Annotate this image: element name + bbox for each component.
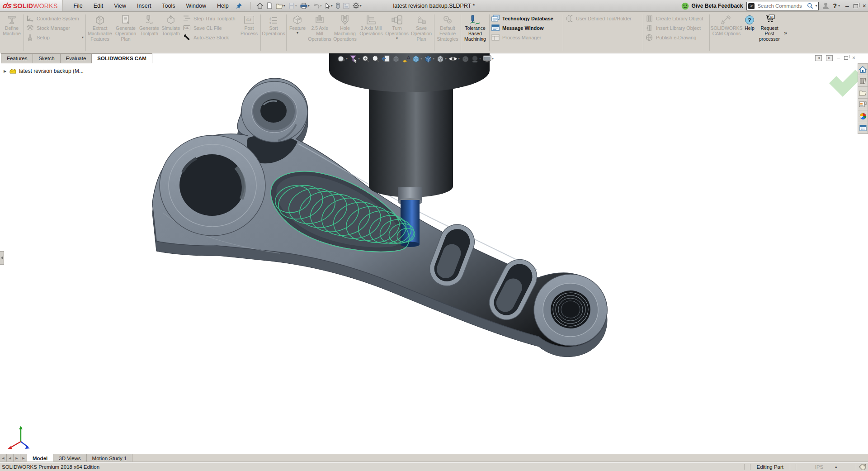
view-shadows-button[interactable]: ▾ [471,55,481,63]
view-palette-button[interactable] [858,99,868,110]
new-document-button[interactable] [266,2,274,10]
ribbon-overflow-chevron[interactable]: » [784,29,787,36]
help-button[interactable]: ? Help [742,13,757,52]
give-beta-feedback-button[interactable]: Give Beta Feedback [681,2,743,10]
sort-operations-button[interactable]: 123 Sort Operations [262,13,285,52]
tab-features[interactable]: Features [1,53,33,63]
print-caret-icon[interactable]: ▾ [308,4,310,8]
insert-library-object-button[interactable]: Insert Library Object [645,23,708,33]
coordinate-system-button[interactable]: Coordinate System [26,14,84,23]
setup-button[interactable]: Setup ▾ [26,33,84,42]
zoom-to-area-button[interactable] [371,54,380,63]
search-commands-box[interactable]: > ▾ [746,2,819,10]
view-orbit-button[interactable]: ▾ [336,54,348,63]
tab-motion-study-1[interactable]: Motion Study 1 [87,454,133,462]
doc-back-button[interactable]: ◀ [815,55,822,61]
file-properties-button[interactable] [342,2,350,10]
stock-manager-button[interactable]: Stock Manager [26,23,84,33]
pin-menu-icon[interactable] [234,1,244,10]
turn-operations-button[interactable]: Turn Operations ▾ [384,13,410,52]
home-tab-button[interactable] [858,63,868,75]
hide-show-items-button[interactable]: ▾ [448,55,460,63]
user-defined-tool-holder-button[interactable]: User Defined Tool/Holder [565,14,641,23]
3-axis-mill-operations-button[interactable]: 3 Axis Mill Operations [358,13,384,52]
menu-edit[interactable]: Edit [89,1,108,10]
menu-tools[interactable]: Tools [157,1,179,10]
apply-scene-button[interactable] [461,55,470,63]
options-gear-button[interactable]: ▾ [352,2,363,10]
generate-toolpath-button[interactable]: Generate Toolpath [138,13,160,52]
tab-scroll-first-button[interactable]: ◀ [0,454,7,462]
restore-button[interactable] [854,4,858,8]
tab-scroll-next-button[interactable]: ▶ [14,454,20,462]
tab-scroll-last-button[interactable]: ▶ [20,454,27,462]
setup-caret-icon[interactable]: ▾ [82,36,84,39]
doc-minimize-button[interactable]: – [837,55,840,61]
request-post-processor-button[interactable]: G1 Request Post processor [757,13,782,52]
tab-model[interactable]: Model [27,454,53,462]
select-caret-icon[interactable]: ▾ [331,4,333,8]
post-process-button[interactable]: G1 Post Process [239,13,259,52]
close-button[interactable]: × [863,2,866,10]
home-button[interactable] [255,2,264,10]
extract-machinable-features-button[interactable]: Extract Machinable Features [87,13,113,52]
section-view-button[interactable] [392,54,401,63]
user-account-icon[interactable] [822,2,829,10]
step-thru-toolpath-button[interactable]: Step Thru Toolpath [183,14,238,23]
cam-options-button[interactable]: SOLIDWORKS CAM Options [711,13,742,52]
tab-sketch[interactable]: Sketch [33,53,60,63]
tolerance-based-machining-button[interactable]: Tolerance Based Machining [462,13,488,52]
tab-scroll-prev-button[interactable]: ◀ [7,454,14,462]
turn-operations-caret-icon[interactable]: ▾ [396,37,398,40]
menu-view[interactable]: View [109,1,131,10]
rebuild-button[interactable] [335,2,341,10]
zoom-to-fit-button[interactable] [361,54,370,63]
message-window-button[interactable]: Message Window [491,23,561,33]
unit-system-selector[interactable]: IPS ▴ [799,464,853,470]
save-button[interactable]: ▾ [288,2,298,10]
25-axis-mill-operations-button[interactable]: 2.5 Axis Mill Operations [307,13,332,52]
tree-expand-icon[interactable]: ▶ [4,69,6,73]
3d-viewport-canvas[interactable] [0,53,858,454]
auto-size-stock-button[interactable]: Auto-Size Stock [183,33,238,42]
tab-evaluate[interactable]: Evaluate [60,53,92,63]
doc-forward-button[interactable]: ▶ [826,55,833,61]
display-style-button[interactable]: ▾ [436,54,447,63]
undo-button[interactable]: ▾ [312,2,323,9]
open-document-button[interactable]: ▾ [275,2,286,10]
confirmation-check-icon[interactable] [829,70,858,97]
doc-close-button[interactable]: × [852,55,855,61]
menu-insert[interactable]: Insert [132,1,156,10]
menu-window[interactable]: Window [182,1,211,10]
custom-properties-button[interactable] [858,122,868,134]
menu-help[interactable]: Help [212,1,233,10]
technology-database-button[interactable]: Technology Database [491,14,561,23]
view-orientation-button[interactable]: ▾ [424,54,435,63]
minimize-button[interactable]: – [845,2,849,10]
annotations-visibility-button[interactable]: A [401,54,410,63]
simulate-toolpath-button[interactable]: Simulate Toolpath [160,13,182,52]
save-operation-plan-button[interactable]: Save Operation Plan [410,13,433,52]
doc-restore-icon[interactable] [844,56,848,60]
help-menu-button[interactable]: ?▾ [833,2,840,10]
generate-operation-plan-button[interactable]: Generate Operation Plan [113,13,138,52]
selection-filter-button[interactable]: ▾ [349,54,360,63]
save-cl-file-button[interactable]: CL Save CL File [183,23,238,33]
hole-machining-operations-button[interactable]: Hole Machining Operations [332,13,358,52]
menu-file[interactable]: File [69,1,87,10]
print-button[interactable]: ▾ [299,2,311,10]
options-caret-icon[interactable]: ▾ [360,4,362,8]
previous-view-button[interactable] [381,54,391,63]
feature-caret-icon[interactable]: ▾ [297,31,298,35]
graphics-area[interactable]: ▶ latest revision backup (M... ▾ ▾ A ▾ ▾… [0,53,868,454]
define-machine-button[interactable]: Define Machine [1,13,23,52]
feature-tree-root[interactable]: ▶ latest revision backup (M... [4,68,84,74]
feature-button[interactable]: Feature ▾ [288,13,307,52]
search-icon[interactable] [807,3,813,9]
tab-solidworks-cam[interactable]: SOLIDWORKS CAM [91,53,152,63]
search-caret-icon[interactable]: ▾ [815,4,817,8]
view-settings-button[interactable]: ▾ [482,55,494,63]
create-library-object-button[interactable]: Create Library Object [645,14,708,23]
process-manager-button[interactable]: Process Manager [491,33,561,42]
file-explorer-button[interactable] [858,87,868,99]
